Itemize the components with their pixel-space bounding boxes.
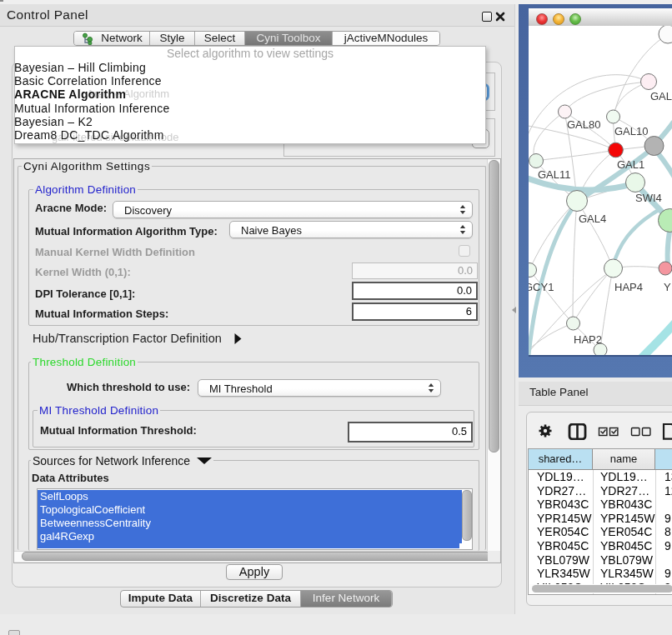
svg-text:GAL7: GAL7 xyxy=(650,90,672,102)
svg-text:GAL1: GAL1 xyxy=(617,158,644,171)
svg-text:SWI4: SWI4 xyxy=(635,192,662,204)
svg-text:GAL10: GAL10 xyxy=(614,125,648,138)
svg-text:GAL80: GAL80 xyxy=(567,118,600,131)
svg-text:HAP2: HAP2 xyxy=(574,333,602,346)
svg-text:GCY1: GCY1 xyxy=(529,281,554,293)
svg-text:GAL11: GAL11 xyxy=(538,168,571,181)
svg-text:Y: Y xyxy=(664,281,671,293)
svg-text:HAP4: HAP4 xyxy=(614,281,643,293)
svg-text:GAL4: GAL4 xyxy=(579,212,606,225)
